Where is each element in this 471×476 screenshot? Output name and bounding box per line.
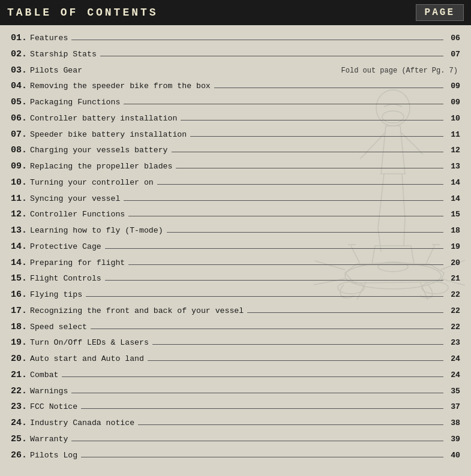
toc-dots	[71, 40, 443, 40]
toc-page: 09	[447, 96, 460, 109]
toc-page: 12	[447, 144, 460, 157]
toc-number: 09.	[11, 159, 30, 174]
toc-number: 25.	[11, 432, 30, 447]
toc-label: Controller battery installation	[30, 112, 177, 125]
toc-number: 06.	[11, 112, 30, 126]
toc-dots	[128, 216, 443, 216]
toc-number: 10.	[11, 176, 30, 191]
toc-row: 09.Replacing the propeller blades13	[11, 159, 460, 174]
toc-label: FCC Notice	[30, 400, 77, 414]
toc-number: 14.	[11, 240, 30, 255]
toc-row: 24.Industry Canada notice38	[11, 416, 460, 431]
toc-page: 37	[447, 400, 460, 414]
toc-page: 14	[447, 192, 460, 206]
toc-label: Combat	[30, 369, 58, 382]
toc-page: 22	[447, 305, 460, 318]
toc-row: 12.Controller Functions15	[11, 207, 460, 222]
toc-row: 14.Preparing for flight20	[11, 256, 460, 271]
toc-page: 40	[447, 449, 460, 462]
toc-label: Industry Canada notice	[30, 417, 134, 430]
toc-row: 02.Starship Stats07	[11, 47, 460, 62]
toc-page: 38	[447, 417, 460, 430]
toc-page: 39	[447, 433, 460, 446]
toc-page: 14	[447, 176, 460, 189]
toc-number: 08.	[11, 143, 30, 158]
toc-row: 17.Recognizing the front and back of you…	[11, 304, 460, 319]
toc-number: 23.	[11, 400, 30, 415]
toc-page: 11	[447, 128, 460, 141]
toc-label: Packaging Functions	[30, 96, 120, 109]
toc-page: 23	[447, 336, 460, 350]
toc-content: 01.Features0602.Starship Stats0703.Pilot…	[0, 25, 471, 470]
toc-dots	[81, 408, 443, 409]
toc-label: Features	[30, 32, 68, 45]
toc-row: 14.Protective Cage19	[11, 240, 460, 255]
toc-number: 01.	[11, 31, 30, 46]
toc-label: Auto start and Auto land	[30, 353, 144, 366]
toc-label: Syncing your vessel	[30, 192, 120, 206]
toc-row: 06.Controller battery installation10	[11, 112, 460, 126]
toc-dots	[190, 136, 443, 137]
toc-number: 22.	[11, 384, 30, 399]
toc-number: 15.	[11, 272, 30, 287]
toc-dots	[124, 200, 443, 201]
toc-number: 20.	[11, 352, 30, 367]
toc-page: 24	[447, 353, 460, 366]
toc-dots	[62, 376, 443, 377]
toc-page: 21	[447, 272, 460, 285]
toc-number: 07.	[11, 128, 30, 143]
toc-label: Learning how to fly (T-mode)	[30, 224, 163, 237]
toc-number: 26.	[11, 448, 30, 463]
toc-row: 04.Removing the speeder bike from the bo…	[11, 79, 460, 94]
toc-row: 10.Turning your controller on14	[11, 176, 460, 191]
toc-page: 22	[447, 288, 460, 302]
toc-number: 13.	[11, 224, 30, 239]
toc-dots	[172, 152, 444, 152]
toc-label: Turn On/Off LEDs & Lasers	[30, 336, 149, 350]
toc-dots	[176, 168, 443, 168]
toc-row: 20.Auto start and Auto land24	[11, 352, 460, 367]
toc-row: 01.Features06	[11, 31, 460, 46]
toc-row: 03.Pilots GearFold out page (After Pg. 7…	[11, 64, 460, 79]
toc-number: 12.	[11, 207, 30, 222]
header-title: TABLE OF CONTENTS	[7, 7, 158, 19]
toc-page: 20	[447, 257, 460, 270]
toc-label: Starship Stats	[30, 48, 97, 61]
header-page-label: PAGE	[416, 4, 464, 21]
toc-label: Pilots Gear	[30, 64, 82, 77]
toc-row: 16.Flying tips22	[11, 288, 460, 303]
toc-number: 14.	[11, 256, 30, 271]
toc-dots	[247, 312, 443, 313]
toc-label: Turning your controller on	[30, 176, 154, 189]
toc-row: 11.Syncing your vessel14	[11, 192, 460, 207]
toc-page: 07	[447, 48, 460, 61]
toc-row: 23.FCC Notice37	[11, 400, 460, 415]
toc-dots	[148, 360, 443, 361]
toc-row: 21.Combat24	[11, 368, 460, 383]
toc-label: Charging your vessels battery	[30, 144, 168, 157]
toc-label: Replacing the propeller blades	[30, 160, 172, 173]
toc-label: Preparing for flight	[30, 257, 125, 270]
toc-number: 17.	[11, 304, 30, 319]
toc-label: Warnings	[30, 385, 68, 398]
toc-number: 24.	[11, 416, 30, 431]
toc-dots	[71, 441, 443, 441]
toc-dots	[214, 88, 443, 88]
toc-dots	[91, 329, 443, 329]
toc-dots	[81, 457, 443, 457]
toc-number: 05.	[11, 95, 30, 110]
toc-label: Controller Functions	[30, 208, 125, 221]
toc-row: 25.Warranty39	[11, 432, 460, 447]
toc-page: 06	[447, 32, 460, 45]
toc-row: 26.Pilots Log40	[11, 448, 460, 463]
toc-row: 13.Learning how to fly (T-mode)18	[11, 224, 460, 239]
toc-label: Protective Cage	[30, 240, 101, 254]
toc-label: Pilots Log	[30, 449, 77, 462]
toc-page: 10	[447, 112, 460, 125]
toc-dots	[167, 232, 443, 233]
toc-page: 35	[447, 385, 460, 398]
toc-page: 15	[447, 208, 460, 221]
toc-page: 13	[447, 160, 460, 173]
toc-page: 18	[447, 224, 460, 237]
toc-page: 19	[447, 240, 460, 254]
